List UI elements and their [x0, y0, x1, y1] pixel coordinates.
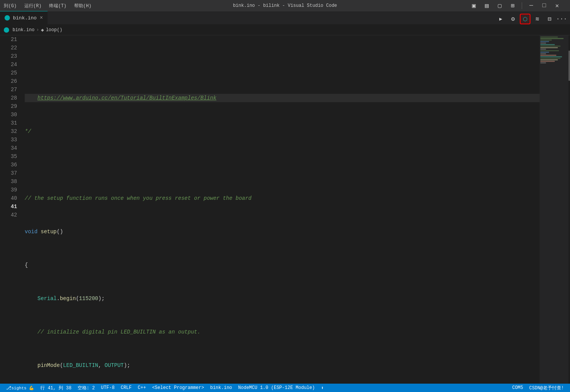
language-label: C++ [138, 385, 146, 390]
upload-icon: ⬆ [321, 385, 324, 391]
layout-icon-3[interactable]: ▢ [494, 0, 505, 11]
spaces-label: 空格: 2 [78, 385, 95, 391]
programmer-label: <Select Programmer> [152, 385, 204, 390]
branch-icon: ⎇ [6, 385, 11, 391]
more-actions-icon[interactable]: ··· [556, 14, 567, 24]
minimize-btn[interactable]: ─ [526, 0, 537, 11]
run-icon[interactable]: ▶ [495, 14, 506, 24]
minimap [540, 35, 570, 384]
status-user[interactable]: CSDN@老予忖查! [526, 384, 567, 392]
layout-icon-4[interactable]: ⊞ [507, 0, 518, 11]
editor-area[interactable]: 21 22 23 24 25 26 27 28 29 30 31 32 33 3… [0, 35, 570, 384]
minimap-scrollbar [568, 35, 570, 384]
menu-terminal[interactable]: 终端(T) [49, 3, 67, 9]
tab-bink-ino[interactable]: bink.ino × [0, 11, 48, 24]
status-board-icon[interactable]: ⬆ [318, 384, 327, 392]
com-port-label: COM5 [512, 385, 523, 390]
main-content: 21 22 23 24 25 26 27 28 29 30 31 32 33 3… [0, 35, 570, 384]
arduino-upload-icon[interactable]: ⬡ [520, 14, 530, 24]
menu-run[interactable]: 运行(R) [24, 3, 42, 9]
code-line-29: // initialize digital pin LED_BUILTIN as… [25, 328, 540, 336]
menu-bar: 到(G) 运行(R) 终端(T) 帮助(H) [4, 3, 91, 9]
code-line-23: */ [25, 127, 540, 136]
code-line-22: https://www.arduino.cc/en/Tutorial/Built… [25, 94, 540, 102]
breadcrumb-arduino-icon [4, 27, 9, 33]
status-spaces[interactable]: 空格: 2 [75, 384, 98, 392]
toolbar-icons: ▣ ▤ ▢ ⊞ ─ □ ✕ [468, 0, 562, 11]
breadcrumb-file[interactable]: bink.ino [13, 27, 35, 33]
code-line-25: // the setup function runs once when you… [25, 194, 540, 202]
tab-bar: bink.ino × ▶ ⚙ ⬡ ≋ ⊟ ··· [0, 11, 570, 25]
status-board[interactable]: NodeMCU 1.0 (ESP-12E Module) [235, 384, 318, 392]
separator-1 [522, 2, 522, 9]
maximize-btn[interactable]: □ [539, 0, 549, 11]
settings-icon[interactable]: ⚙ [508, 14, 518, 24]
title-bar: 到(G) 运行(R) 终端(T) 帮助(H) bink.ino - bilink… [0, 0, 570, 11]
status-sketch[interactable]: bink.ino [207, 384, 235, 392]
status-branch[interactable]: ⎇ sights 💪 [3, 384, 37, 392]
close-btn[interactable]: ✕ [552, 0, 562, 11]
status-language[interactable]: C++ [135, 384, 149, 392]
status-bar: ⎇ sights 💪 行 41, 列 38 空格: 2 UTF-8 CRLF C… [0, 384, 570, 392]
code-editor[interactable]: https://www.arduino.cc/en/Tutorial/Built… [21, 35, 540, 384]
sketch-label: bink.ino [210, 385, 232, 390]
status-encoding[interactable]: UTF-8 [98, 384, 117, 392]
code-line-21 [25, 60, 540, 69]
layout-icon-2[interactable]: ▤ [481, 0, 492, 11]
encoding-label: UTF-8 [101, 385, 114, 390]
filter-icon[interactable]: ≋ [532, 14, 543, 24]
line-numbers: 21 22 23 24 25 26 27 28 29 30 31 32 33 3… [0, 35, 21, 384]
code-line-30: pinMode(LED_BUILTIN, OUTPUT); [25, 361, 540, 370]
breadcrumb-symbol-icon: ◆ [41, 27, 44, 33]
status-bar-right: COM5 CSDN@老予忖查! [509, 384, 567, 392]
menu-help[interactable]: 帮助(H) [74, 3, 92, 9]
status-insights: sights 💪 [11, 386, 34, 390]
tab-arduino-icon [5, 15, 10, 21]
minimap-scrollbar-thumb[interactable] [568, 51, 570, 81]
code-line-26: void setup() [25, 228, 540, 236]
minimap-content [540, 35, 570, 65]
tab-close-btn[interactable]: × [40, 15, 43, 21]
breadcrumb: bink.ino › ◆ loop() [0, 25, 570, 35]
board-label: NodeMCU 1.0 (ESP-12E Module) [238, 385, 315, 390]
position-label: 行 41, 列 38 [40, 385, 71, 391]
split-editor-icon[interactable]: ⊟ [544, 14, 555, 24]
window-title: bink.ino - bilink - Visual Studio Code [233, 3, 337, 8]
menu-goto[interactable]: 到(G) [4, 3, 17, 9]
breadcrumb-symbol[interactable]: loop() [46, 27, 62, 33]
comment-link: https://www.arduino.cc/en/Tutorial/Built… [38, 95, 216, 101]
breadcrumb-separator: › [37, 27, 39, 33]
status-eol[interactable]: CRLF [117, 384, 135, 392]
tab-filename: bink.ino [13, 15, 37, 21]
code-line-27: { [25, 261, 540, 269]
status-com-port[interactable]: COM5 [509, 384, 526, 392]
status-programmer[interactable]: <Select Programmer> [149, 384, 207, 392]
code-line-28: Serial.begin(115200); [25, 294, 540, 303]
status-position[interactable]: 行 41, 列 38 [37, 384, 75, 392]
eol-label: CRLF [121, 385, 132, 390]
user-label: CSDN@老予忖查! [529, 385, 564, 391]
layout-icon-1[interactable]: ▣ [468, 0, 479, 11]
code-line-24 [25, 161, 540, 169]
